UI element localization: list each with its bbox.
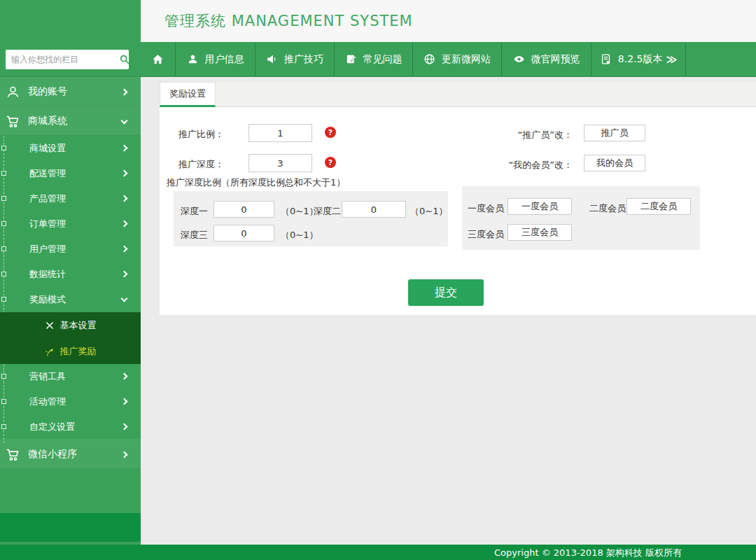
nav-faq[interactable]: 常见问题 [335,42,413,76]
tools-icon [45,321,55,330]
sidebar-item-products[interactable]: 产品管理 [0,186,141,211]
chevron-right-icon [121,451,128,458]
sidebar-item-mall-system[interactable]: 商城系统 [0,106,141,136]
sidebar-sub-label: 配送管理 [29,167,66,180]
sidebar-item-label: 微信小程序 [28,448,77,461]
search-box[interactable] [6,50,129,69]
question-mark: ? [328,158,332,167]
tab-label: 奖励设置 [169,88,206,100]
eye-icon [513,53,525,65]
sidebar-item-basic-settings[interactable]: 基本设置 [0,312,141,338]
chevron-down-icon [121,118,128,125]
faq-icon [345,53,357,65]
chevron-right-icon [121,170,128,177]
ratio-label: 推广比例： [178,128,224,141]
nav-user-info[interactable]: 用户信息 [176,42,255,76]
reward-settings-panel: 推广比例： ? 推广深度： ? 推广深度比例（所有深度比例总和不大于1） 深度一… [160,107,756,315]
member-rename-panel: 一度会员 二度会员 三度会员 [462,186,700,250]
ratio-input[interactable] [248,124,312,142]
ratio-help-icon[interactable]: ? [325,127,336,138]
sidebar-item-orders[interactable]: 订单管理 [0,211,141,237]
cart-icon [6,114,20,129]
submit-button[interactable]: 提交 [408,279,484,306]
tree-bullet [1,399,6,404]
search-input[interactable] [6,55,119,64]
top-nav: 用户信息 推广技巧 常见问题 更新微网站 微官网预览 8.2.5版本 ≫ [141,42,756,77]
footer: Copyright © 2013-2018 架构科技 版权所有 [0,545,756,560]
member1-input[interactable] [507,198,572,215]
sidebar-item-wechat-miniapp[interactable]: 微信小程序 [0,440,141,469]
sidebar-item-custom-settings[interactable]: 自定义设置 [0,414,141,440]
main-content: 奖励设置 推广比例： ? 推广深度： ? 推广深度比例（所有深度比例总和不大于1… [141,77,756,545]
nav-promotion-tips[interactable]: 推广技巧 [255,42,335,76]
sidebar-sub-label: 订单管理 [29,218,66,230]
member1-label: 一度会员 [468,202,504,215]
page: 管理系统 MANAGEMENT SYSTEM 用户信息 推广技巧 常见问题 更新… [0,0,756,560]
sidebar-item-promotion-reward[interactable]: 推广奖励 [0,338,141,364]
nav-label: 用户信息 [205,53,244,66]
chevron-right-icon [121,373,128,380]
depth3-label: 深度三 [181,229,208,241]
tree-bullet [1,246,6,251]
sidebar-sub-label: 营销工具 [29,370,66,383]
nav-label: 常见问题 [363,53,402,66]
tree-bullet [1,196,6,201]
chevron-right-icon [121,145,128,152]
nav-update-site[interactable]: 更新微网站 [413,42,502,76]
reward-submenu: 基本设置 推广奖励 [0,312,141,364]
chevron-right-icon [121,89,128,96]
sidebar-bottom-strip [0,513,141,542]
globe-icon [424,53,435,65]
nav-site-preview[interactable]: 微官网预览 [502,42,592,76]
depth-caption: 推广深度比例（所有深度比例总和不大于1） [167,176,345,189]
question-mark: ? [328,128,332,137]
brand-block [0,0,141,42]
sidebar-item-marketing-tools[interactable]: 营销工具 [0,364,141,389]
rename-member-input[interactable] [584,155,645,172]
home-icon [152,53,164,65]
spray-icon [45,346,55,356]
tree-bullet [1,297,6,302]
depth3-input[interactable] [214,225,274,241]
tree-bullet [1,146,6,150]
tab-reward-settings[interactable]: 奖励设置 [160,82,216,107]
depth1-input[interactable] [214,201,274,218]
chevron-right-icon [121,271,128,278]
sidebar-item-delivery[interactable]: 配送管理 [0,161,141,186]
cart-icon [6,447,20,462]
sidebar-sub-label: 产品管理 [29,192,66,205]
user-icon [187,53,199,65]
depth1-range: （0~1） [281,205,318,218]
nav-home[interactable] [141,42,176,76]
member2-input[interactable] [626,198,691,215]
version-icon [600,53,612,65]
rename-member-label: “我的会员”改： [468,159,573,172]
depth2-range: （0~1） [410,205,447,218]
sidebar-sub-label: 商城设置 [29,142,66,155]
submenu-label: 推广奖励 [60,345,97,358]
depth2-input[interactable] [342,201,406,218]
sidebar-item-mall-settings[interactable]: 商城设置 [0,136,141,161]
chevron-right-icon [121,220,128,227]
member3-label: 三度会员 [468,228,504,241]
member2-label: 二度会员 [589,202,626,215]
sidebar-item-statistics[interactable]: 数据统计 [0,262,141,287]
sidebar-filler [0,469,141,513]
depth-help-icon[interactable]: ? [325,157,336,168]
sidebar-sub-label: 奖励模式 [29,293,66,306]
member3-input[interactable] [507,224,572,241]
depth-ratio-panel: 深度一 （0~1） 深度二 （0~1） 深度三 （0~1） [174,191,448,246]
rename-promoter-input[interactable] [584,125,645,141]
sidebar-item-activities[interactable]: 活动管理 [0,389,141,414]
megaphone-icon [266,53,278,65]
nav-label: 微官网预览 [531,53,580,66]
search-icon[interactable] [119,54,130,65]
sidebar-item-users[interactable]: 用户管理 [0,237,141,262]
nav-version[interactable]: 8.2.5版本 ≫ [592,42,686,76]
tree-bullet [1,171,6,176]
depth-label: 推广深度： [178,158,224,171]
sidebar-item-reward-mode[interactable]: 奖励模式 [0,287,141,312]
sidebar-item-my-account[interactable]: 我的账号 [0,77,141,106]
depth-input[interactable] [248,154,312,172]
sidebar-sub-label: 用户管理 [29,243,66,255]
